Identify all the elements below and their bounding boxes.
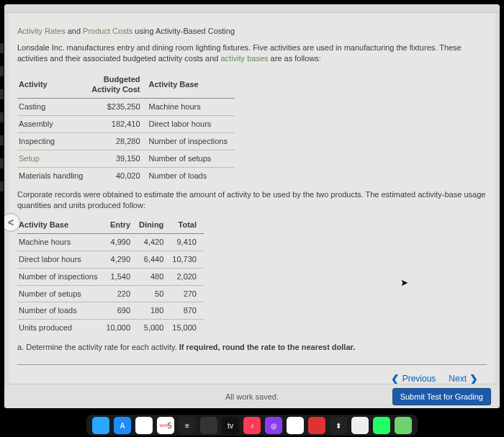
window-toolbar	[4, 4, 500, 13]
next-button[interactable]: Next ❯	[449, 372, 478, 384]
previous-button[interactable]: ❮ Previous	[391, 372, 436, 384]
dock-app-photos[interactable]: ✿	[135, 417, 153, 434]
intro-text: Lonsdale Inc. manufactures entry and din…	[17, 42, 487, 64]
table-row: Number of loads690180870	[17, 302, 204, 320]
previous-label: Previous	[402, 373, 436, 384]
dock-app-news[interactable]: N	[287, 417, 304, 434]
t2-h-base: Activity Base	[17, 217, 104, 233]
table-row: Setup39,150Number of setups	[17, 150, 235, 167]
dock-app-unknown-2[interactable]	[308, 417, 325, 434]
mouse-cursor-icon: ➤	[400, 277, 408, 288]
table-row: Casting$235,250Machine hours	[17, 99, 235, 116]
dock-app-podcasts[interactable]: ◎	[265, 417, 282, 434]
dock-app-music[interactable]: ♪	[243, 417, 261, 434]
table-row: Number of setups22050270	[17, 285, 204, 302]
t2-h-total: Total	[171, 217, 204, 233]
dock-app-finder[interactable]	[92, 417, 109, 434]
dock-app-app-store[interactable]: A	[114, 417, 131, 434]
mac-dock: A✿MAR5≡tv♪◎N⬍	[86, 415, 418, 436]
dock-app-maps[interactable]	[395, 417, 412, 434]
pager-row: ❮ Previous Next ❯	[17, 371, 487, 384]
next-label: Next	[449, 373, 467, 384]
table-row: Machine hours4,9904,4209,410	[17, 233, 204, 251]
submit-test-button[interactable]: Submit Test for Grading	[392, 388, 491, 405]
dock-app-safari[interactable]	[351, 417, 369, 434]
chevron-right-icon: ❯	[469, 372, 478, 384]
chevron-left-icon: ❮	[391, 372, 400, 384]
divider	[17, 364, 487, 365]
dock-app-calendar[interactable]: MAR5	[157, 417, 174, 434]
footer-bar: All work saved. Submit Test for Grading	[4, 384, 500, 408]
table-row: Direct labor hours4,2906,44010,730	[17, 251, 204, 268]
dock-app-apple-tv[interactable]: tv	[222, 417, 239, 434]
activity-base-table: Activity Base Entry Dining Total Machine…	[17, 217, 204, 336]
dock-app-unknown-1[interactable]	[200, 417, 217, 434]
table-row: Materials handling40,020Number of loads	[17, 167, 235, 184]
t2-h-entry: Entry	[104, 217, 138, 233]
activity-cost-table: Activity BudgetedActivity Cost Activity …	[17, 71, 235, 184]
app-window: < Activity Rates and Product Costs using…	[4, 4, 500, 408]
page-title: Activity Rates and Product Costs using A…	[17, 26, 487, 37]
dock-app-stocks[interactable]: ⬍	[330, 417, 347, 434]
t1-h-base: Activity Base	[148, 71, 235, 99]
mid-paragraph: Corporate records were obtained to estim…	[17, 189, 487, 211]
table-row: Units produced10,0005,00015,000	[17, 320, 204, 336]
t1-h-cost: BudgetedActivity Cost	[90, 71, 147, 99]
table-row: Inspecting28,280Number of inspections	[17, 132, 235, 150]
table-row: Assembly182,410Direct labor hours	[17, 116, 235, 133]
table-row: Number of inspections1,5404802,020	[17, 268, 204, 285]
save-status: All work saved.	[225, 392, 279, 401]
question-content: Activity Rates and Product Costs using A…	[4, 13, 500, 384]
question-a: a. Determine the activity rate for each …	[17, 342, 487, 353]
dock-app-unknown-3[interactable]	[373, 417, 390, 434]
t1-h-activity: Activity	[17, 71, 90, 99]
screen-edge-decor	[0, 43, 4, 192]
dock-app-reminders[interactable]: ≡	[179, 417, 196, 434]
t2-h-dining: Dining	[138, 217, 171, 233]
